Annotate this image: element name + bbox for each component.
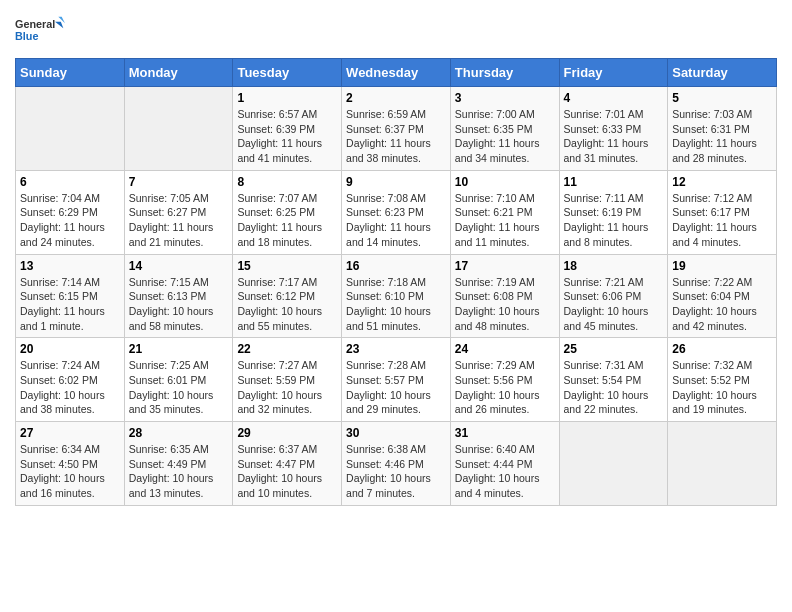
day-number: 31 (455, 426, 555, 440)
calendar-cell: 8Sunrise: 7:07 AMSunset: 6:25 PMDaylight… (233, 170, 342, 254)
day-info: Sunrise: 6:40 AMSunset: 4:44 PMDaylight:… (455, 442, 555, 501)
weekday-header: Sunday (16, 59, 125, 87)
calendar-cell: 31Sunrise: 6:40 AMSunset: 4:44 PMDayligh… (450, 422, 559, 506)
calendar-cell: 5Sunrise: 7:03 AMSunset: 6:31 PMDaylight… (668, 87, 777, 171)
calendar-cell: 26Sunrise: 7:32 AMSunset: 5:52 PMDayligh… (668, 338, 777, 422)
calendar-cell: 2Sunrise: 6:59 AMSunset: 6:37 PMDaylight… (342, 87, 451, 171)
day-number: 26 (672, 342, 772, 356)
day-info: Sunrise: 7:29 AMSunset: 5:56 PMDaylight:… (455, 358, 555, 417)
day-number: 30 (346, 426, 446, 440)
calendar-week-row: 6Sunrise: 7:04 AMSunset: 6:29 PMDaylight… (16, 170, 777, 254)
day-info: Sunrise: 7:28 AMSunset: 5:57 PMDaylight:… (346, 358, 446, 417)
calendar-cell: 16Sunrise: 7:18 AMSunset: 6:10 PMDayligh… (342, 254, 451, 338)
day-info: Sunrise: 7:07 AMSunset: 6:25 PMDaylight:… (237, 191, 337, 250)
day-number: 4 (564, 91, 664, 105)
day-number: 22 (237, 342, 337, 356)
day-info: Sunrise: 7:27 AMSunset: 5:59 PMDaylight:… (237, 358, 337, 417)
day-info: Sunrise: 7:17 AMSunset: 6:12 PMDaylight:… (237, 275, 337, 334)
day-number: 10 (455, 175, 555, 189)
day-number: 1 (237, 91, 337, 105)
day-number: 11 (564, 175, 664, 189)
calendar-cell: 27Sunrise: 6:34 AMSunset: 4:50 PMDayligh… (16, 422, 125, 506)
calendar-cell: 15Sunrise: 7:17 AMSunset: 6:12 PMDayligh… (233, 254, 342, 338)
calendar-cell: 28Sunrise: 6:35 AMSunset: 4:49 PMDayligh… (124, 422, 233, 506)
day-info: Sunrise: 7:12 AMSunset: 6:17 PMDaylight:… (672, 191, 772, 250)
calendar-cell: 3Sunrise: 7:00 AMSunset: 6:35 PMDaylight… (450, 87, 559, 171)
day-number: 13 (20, 259, 120, 273)
calendar-cell: 13Sunrise: 7:14 AMSunset: 6:15 PMDayligh… (16, 254, 125, 338)
day-number: 27 (20, 426, 120, 440)
day-number: 21 (129, 342, 229, 356)
weekday-header: Monday (124, 59, 233, 87)
calendar-cell: 23Sunrise: 7:28 AMSunset: 5:57 PMDayligh… (342, 338, 451, 422)
calendar-cell (124, 87, 233, 171)
calendar-table: SundayMondayTuesdayWednesdayThursdayFrid… (15, 58, 777, 506)
calendar-cell: 24Sunrise: 7:29 AMSunset: 5:56 PMDayligh… (450, 338, 559, 422)
calendar-cell: 10Sunrise: 7:10 AMSunset: 6:21 PMDayligh… (450, 170, 559, 254)
day-number: 9 (346, 175, 446, 189)
day-number: 24 (455, 342, 555, 356)
calendar-cell: 14Sunrise: 7:15 AMSunset: 6:13 PMDayligh… (124, 254, 233, 338)
weekday-header: Thursday (450, 59, 559, 87)
day-number: 20 (20, 342, 120, 356)
day-info: Sunrise: 7:01 AMSunset: 6:33 PMDaylight:… (564, 107, 664, 166)
calendar-cell: 11Sunrise: 7:11 AMSunset: 6:19 PMDayligh… (559, 170, 668, 254)
calendar-cell: 25Sunrise: 7:31 AMSunset: 5:54 PMDayligh… (559, 338, 668, 422)
svg-text:General: General (15, 18, 55, 30)
day-number: 19 (672, 259, 772, 273)
day-info: Sunrise: 7:32 AMSunset: 5:52 PMDaylight:… (672, 358, 772, 417)
day-number: 8 (237, 175, 337, 189)
day-info: Sunrise: 7:15 AMSunset: 6:13 PMDaylight:… (129, 275, 229, 334)
day-number: 29 (237, 426, 337, 440)
day-info: Sunrise: 6:59 AMSunset: 6:37 PMDaylight:… (346, 107, 446, 166)
day-number: 6 (20, 175, 120, 189)
calendar-cell: 6Sunrise: 7:04 AMSunset: 6:29 PMDaylight… (16, 170, 125, 254)
day-info: Sunrise: 7:25 AMSunset: 6:01 PMDaylight:… (129, 358, 229, 417)
calendar-cell: 20Sunrise: 7:24 AMSunset: 6:02 PMDayligh… (16, 338, 125, 422)
day-info: Sunrise: 7:11 AMSunset: 6:19 PMDaylight:… (564, 191, 664, 250)
day-number: 14 (129, 259, 229, 273)
calendar-cell: 4Sunrise: 7:01 AMSunset: 6:33 PMDaylight… (559, 87, 668, 171)
day-number: 15 (237, 259, 337, 273)
calendar-cell: 29Sunrise: 6:37 AMSunset: 4:47 PMDayligh… (233, 422, 342, 506)
calendar-cell (559, 422, 668, 506)
day-info: Sunrise: 7:08 AMSunset: 6:23 PMDaylight:… (346, 191, 446, 250)
calendar-week-row: 13Sunrise: 7:14 AMSunset: 6:15 PMDayligh… (16, 254, 777, 338)
logo: General Blue (15, 10, 65, 50)
calendar-cell: 18Sunrise: 7:21 AMSunset: 6:06 PMDayligh… (559, 254, 668, 338)
day-info: Sunrise: 7:00 AMSunset: 6:35 PMDaylight:… (455, 107, 555, 166)
calendar-cell: 1Sunrise: 6:57 AMSunset: 6:39 PMDaylight… (233, 87, 342, 171)
day-info: Sunrise: 7:21 AMSunset: 6:06 PMDaylight:… (564, 275, 664, 334)
day-number: 5 (672, 91, 772, 105)
day-number: 28 (129, 426, 229, 440)
day-info: Sunrise: 7:03 AMSunset: 6:31 PMDaylight:… (672, 107, 772, 166)
calendar-cell: 21Sunrise: 7:25 AMSunset: 6:01 PMDayligh… (124, 338, 233, 422)
day-info: Sunrise: 6:57 AMSunset: 6:39 PMDaylight:… (237, 107, 337, 166)
day-info: Sunrise: 7:31 AMSunset: 5:54 PMDaylight:… (564, 358, 664, 417)
day-info: Sunrise: 7:19 AMSunset: 6:08 PMDaylight:… (455, 275, 555, 334)
weekday-header: Wednesday (342, 59, 451, 87)
day-info: Sunrise: 7:22 AMSunset: 6:04 PMDaylight:… (672, 275, 772, 334)
day-info: Sunrise: 6:37 AMSunset: 4:47 PMDaylight:… (237, 442, 337, 501)
day-number: 3 (455, 91, 555, 105)
calendar-cell (16, 87, 125, 171)
calendar-cell (668, 422, 777, 506)
day-number: 16 (346, 259, 446, 273)
calendar-cell: 22Sunrise: 7:27 AMSunset: 5:59 PMDayligh… (233, 338, 342, 422)
day-info: Sunrise: 7:14 AMSunset: 6:15 PMDaylight:… (20, 275, 120, 334)
calendar-week-row: 27Sunrise: 6:34 AMSunset: 4:50 PMDayligh… (16, 422, 777, 506)
weekday-header: Saturday (668, 59, 777, 87)
calendar-cell: 7Sunrise: 7:05 AMSunset: 6:27 PMDaylight… (124, 170, 233, 254)
day-info: Sunrise: 6:38 AMSunset: 4:46 PMDaylight:… (346, 442, 446, 501)
day-number: 12 (672, 175, 772, 189)
day-number: 23 (346, 342, 446, 356)
day-info: Sunrise: 7:24 AMSunset: 6:02 PMDaylight:… (20, 358, 120, 417)
svg-text:Blue: Blue (15, 30, 38, 42)
day-number: 18 (564, 259, 664, 273)
day-info: Sunrise: 7:04 AMSunset: 6:29 PMDaylight:… (20, 191, 120, 250)
calendar-cell: 19Sunrise: 7:22 AMSunset: 6:04 PMDayligh… (668, 254, 777, 338)
calendar-cell: 30Sunrise: 6:38 AMSunset: 4:46 PMDayligh… (342, 422, 451, 506)
calendar-cell: 9Sunrise: 7:08 AMSunset: 6:23 PMDaylight… (342, 170, 451, 254)
page-header: General Blue (15, 10, 777, 50)
day-info: Sunrise: 7:18 AMSunset: 6:10 PMDaylight:… (346, 275, 446, 334)
